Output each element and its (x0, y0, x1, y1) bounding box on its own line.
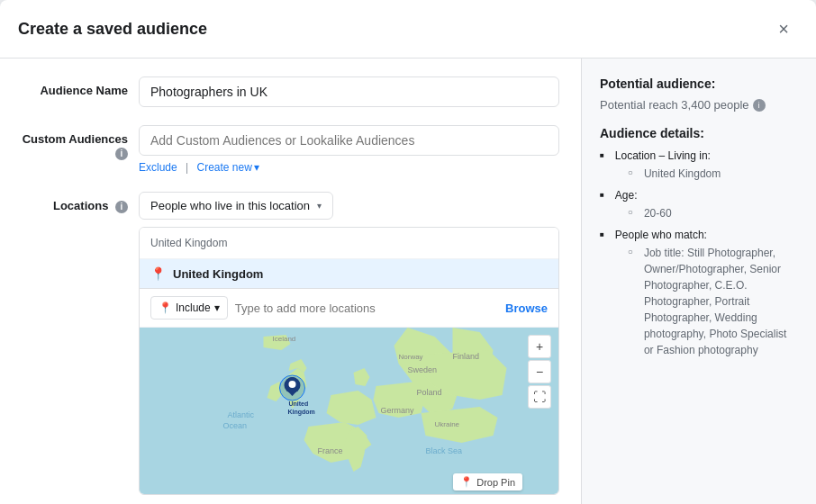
audience-name-wrap (139, 76, 559, 107)
detail-location-sub: United Kingdom (615, 166, 721, 182)
form-section: Audience Name Custom Audiences i Exclude… (0, 58, 582, 504)
add-locations-input[interactable] (235, 302, 505, 315)
locations-info-icon[interactable]: i (115, 201, 128, 213)
sub-item-age-range: 20-60 (628, 205, 672, 221)
map-controls: + − ⛶ (528, 335, 551, 409)
map-zoom-in-button[interactable]: + (528, 335, 551, 358)
modal-title: Create a saved audience (18, 20, 207, 39)
location-item-name: United Kingdom (173, 267, 263, 281)
drop-pin-icon: 📍 (460, 476, 473, 488)
modal-header: Create a saved audience × (0, 0, 816, 58)
map-container: Atlantic Ocean Black Sea Sweden Finland … (140, 328, 558, 494)
reach-text: Potential reach 3,400 people (600, 98, 749, 112)
audience-details-title: Audience details: (600, 126, 798, 140)
include-arrow-icon: ▾ (214, 302, 220, 314)
sub-item-job-title: Job title: Still Photographer, Owner/Pho… (628, 245, 798, 358)
drop-pin-label: Drop Pin (476, 477, 515, 488)
audience-name-label: Audience Name (22, 76, 139, 97)
svg-text:Black Sea: Black Sea (426, 446, 463, 455)
locations-wrap: People who live in this location ▾ Unite… (139, 192, 559, 495)
custom-audiences-input[interactable] (139, 125, 559, 156)
reach-info-icon[interactable]: i (753, 99, 766, 112)
svg-text:Finland: Finland (453, 352, 480, 361)
location-type-label: People who live in this location (150, 199, 310, 212)
drop-pin-area[interactable]: 📍 Drop Pin (453, 473, 522, 490)
include-dropdown[interactable]: 📍 Include ▾ (150, 296, 228, 320)
custom-audiences-label: Custom Audiences i (22, 125, 139, 160)
detail-item-people: People who match: Job title: Still Photo… (600, 227, 798, 358)
detail-age-sub: 20-60 (615, 205, 672, 221)
location-item: 📍 United Kingdom (140, 259, 558, 289)
create-saved-audience-modal: Create a saved audience × Audience Name … (0, 0, 816, 504)
svg-point-14 (289, 381, 296, 388)
svg-text:Iceland: Iceland (273, 335, 296, 343)
location-type-dropdown[interactable]: People who live in this location ▾ (139, 192, 333, 220)
exclude-create-row: Exclude | Create new ▾ (139, 161, 559, 174)
svg-text:France: France (318, 446, 343, 455)
detail-people-sub: Job title: Still Photographer, Owner/Pho… (615, 245, 798, 358)
location-header: United Kingdom (140, 228, 558, 259)
potential-reach: Potential reach 3,400 people i (600, 98, 798, 112)
create-new-link[interactable]: Create new ▾ (197, 161, 259, 174)
sub-item-uk: United Kingdom (628, 166, 721, 182)
close-button[interactable]: × (769, 14, 798, 43)
potential-audience-title: Potential audience: (600, 76, 798, 91)
divider: | (186, 161, 188, 174)
svg-text:Poland: Poland (417, 388, 442, 397)
custom-audiences-wrap: Exclude | Create new ▾ (139, 125, 559, 174)
detail-people-label: People who match: (615, 229, 707, 241)
detail-item-age: Age: 20-60 (600, 187, 798, 221)
exclude-link[interactable]: Exclude (139, 161, 177, 174)
svg-text:Atlantic: Atlantic (228, 410, 255, 419)
include-label: Include (176, 302, 211, 314)
custom-audiences-row: Custom Audiences i Exclude | Create new … (22, 125, 559, 174)
include-row: 📍 Include ▾ Browse (140, 289, 558, 328)
audience-details-list: Location – Living in: United Kingdom Age… (600, 148, 798, 358)
svg-text:Kingdom: Kingdom (288, 409, 315, 416)
location-pin-icon: 📍 (150, 266, 166, 281)
detail-age-label: Age: (615, 189, 638, 202)
svg-text:Germany: Germany (381, 406, 415, 415)
custom-audiences-info-icon[interactable]: i (115, 148, 128, 160)
svg-text:Ukraine: Ukraine (435, 420, 460, 428)
locations-row: Locations i People who live in this loca… (22, 192, 559, 495)
location-box: United Kingdom 📍 United Kingdom 📍 Includ… (139, 227, 559, 495)
svg-text:Sweden: Sweden (408, 365, 438, 374)
map-fullscreen-button[interactable]: ⛶ (528, 385, 551, 409)
audience-sidebar: Potential audience: Potential reach 3,40… (582, 58, 816, 504)
create-new-arrow-icon: ▾ (254, 161, 259, 174)
map-svg: Atlantic Ocean Black Sea Sweden Finland … (140, 328, 558, 494)
svg-text:Norway: Norway (399, 353, 423, 361)
svg-text:United: United (289, 400, 309, 407)
detail-item-location: Location – Living in: United Kingdom (600, 148, 798, 182)
audience-name-input[interactable] (139, 76, 559, 107)
browse-button[interactable]: Browse (505, 302, 548, 315)
include-pin-icon: 📍 (159, 302, 172, 314)
locations-label: Locations i (22, 192, 139, 213)
audience-name-row: Audience Name (22, 76, 559, 107)
map-zoom-out-button[interactable]: − (528, 360, 551, 383)
svg-text:Ocean: Ocean (223, 421, 248, 430)
modal-body: Audience Name Custom Audiences i Exclude… (0, 58, 816, 504)
detail-location-label: Location – Living in: (615, 149, 711, 162)
dropdown-arrow-icon: ▾ (317, 201, 322, 211)
